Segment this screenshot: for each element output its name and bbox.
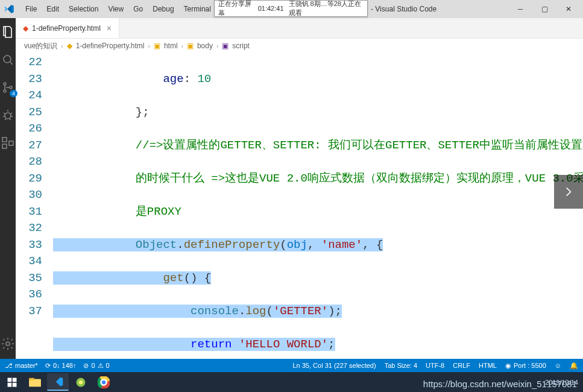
status-bell-icon[interactable]: 🔔 — [570, 362, 578, 370]
broadcast-icon: ◉ — [505, 362, 511, 370]
breadcrumb-file[interactable]: 1-defineProperty.html — [76, 42, 145, 50]
settings-gear-icon[interactable] — [0, 336, 16, 352]
warning-icon: ⚠ — [98, 362, 104, 370]
status-feedback-icon[interactable]: ☺ — [555, 362, 561, 369]
windows-taskbar: https://blog.csdn.net/weixin_51157081 20… — [0, 372, 583, 392]
tab-label: 1-defineProperty.html — [32, 24, 101, 33]
menu-view[interactable]: View — [103, 5, 128, 13]
svg-point-4 — [5, 113, 11, 119]
chevron-right-icon: › — [216, 43, 218, 49]
symbol-icon: ▣ — [222, 42, 228, 50]
line-gutter: 22 23 24 25 26 27 28 29 30 31 32 33 34 3… — [16, 53, 52, 359]
svg-rect-10 — [13, 378, 17, 382]
menu-terminal[interactable]: Terminal — [179, 5, 216, 13]
explorer-icon[interactable] — [0, 24, 16, 40]
window-title: - Visual Studio Code — [371, 5, 436, 13]
svg-point-21 — [102, 380, 106, 384]
status-bar: ⎇master* ⟳0↓ 148↑ ⊘0 ⚠0 Ln 35, Col 31 (2… — [0, 359, 583, 372]
minimize-button[interactable]: ─ — [508, 0, 532, 18]
menu-edit[interactable]: Edit — [42, 5, 64, 13]
breadcrumb-body[interactable]: body — [197, 42, 213, 50]
sync-icon: ⟳ — [45, 362, 51, 370]
search-icon[interactable] — [0, 52, 16, 68]
html-file-icon: ◆ — [67, 42, 72, 50]
debug-icon[interactable] — [0, 107, 16, 123]
maximize-button[interactable]: ▢ — [532, 0, 556, 18]
chevron-right-icon: › — [181, 43, 183, 49]
svg-rect-12 — [13, 382, 17, 387]
svg-rect-9 — [8, 378, 12, 382]
symbol-icon: ▣ — [187, 42, 194, 50]
tab-file[interactable]: ◆ 1-defineProperty.html × — [16, 18, 119, 38]
svg-point-16 — [79, 380, 83, 384]
share-viewers: 王骁钒 8期…等28人正在观看 — [289, 0, 364, 17]
code-editor[interactable]: 22 23 24 25 26 27 28 29 30 31 32 33 34 3… — [16, 53, 583, 359]
svg-rect-11 — [8, 382, 12, 387]
svg-rect-5 — [2, 138, 7, 142]
activity-bar: 4 — [0, 18, 16, 359]
symbol-icon: ▣ — [154, 42, 160, 50]
status-branch[interactable]: ⎇master* — [5, 362, 38, 370]
menu-debug[interactable]: Debug — [148, 5, 178, 13]
share-status: 正在分享屏幕 — [218, 0, 253, 17]
breadcrumb[interactable]: vue的知识 › ◆ 1-defineProperty.html › ▣ htm… — [16, 39, 583, 53]
chrome-taskbar-icon[interactable] — [93, 373, 115, 391]
chevron-right-icon: › — [148, 43, 150, 49]
breadcrumb-folder[interactable]: vue的知识 — [24, 41, 57, 51]
titlebar: File Edit Selection View Go Debug Termin… — [0, 0, 583, 18]
taskbar-clock[interactable]: 2019/10/14 — [545, 379, 578, 386]
svg-rect-13 — [29, 379, 41, 387]
breadcrumb-html[interactable]: html — [164, 42, 178, 50]
svg-rect-6 — [2, 144, 7, 148]
status-language[interactable]: HTML — [479, 362, 497, 369]
status-cursor-pos[interactable]: Ln 35, Col 31 (227 selected) — [292, 362, 376, 369]
status-port[interactable]: ◉Port : 5500 — [505, 362, 546, 370]
code-content[interactable]: age: 10 }; //=>设置属性的GETTER、SETTER: 我们可以在… — [52, 53, 583, 359]
status-tab-size[interactable]: Tab Size: 4 — [385, 362, 417, 369]
app-shell: 4 ◆ 1-defineProperty.html × ⇅ ◫ ⋯ — [0, 18, 583, 359]
error-icon: ⊘ — [83, 362, 89, 370]
file-explorer-icon[interactable] — [24, 373, 46, 391]
svg-rect-14 — [29, 378, 34, 380]
start-button[interactable] — [1, 373, 23, 391]
menu-file[interactable]: File — [20, 5, 42, 13]
editor-area: ◆ 1-defineProperty.html × ⇅ ◫ ⋯ vue的知识 ›… — [16, 18, 583, 359]
svg-point-3 — [10, 86, 12, 89]
tab-row: ◆ 1-defineProperty.html × ⇅ ◫ ⋯ — [16, 18, 583, 39]
window-controls: ─ ▢ ✕ — [508, 0, 581, 18]
vscode-taskbar-icon[interactable] — [47, 373, 69, 391]
status-encoding[interactable]: UTF-8 — [426, 362, 444, 369]
share-time: 01:42:41 — [258, 5, 284, 12]
vscode-logo-icon — [4, 4, 14, 14]
status-sync[interactable]: ⟳0↓ 148↑ — [45, 362, 77, 370]
svg-point-0 — [4, 55, 11, 63]
breadcrumb-script[interactable]: script — [232, 42, 250, 50]
status-problems[interactable]: ⊘0 ⚠0 — [83, 362, 109, 370]
share-overlay: 正在分享屏幕 01:42:41 王骁钒 8期…等28人正在观看 — [214, 0, 368, 17]
extensions-icon[interactable] — [0, 135, 16, 151]
svg-point-1 — [4, 83, 6, 85]
svg-rect-7 — [9, 141, 13, 145]
chevron-right-icon: › — [61, 43, 63, 49]
app-taskbar-icon[interactable] — [70, 373, 92, 391]
source-control-icon[interactable]: 4 — [0, 80, 16, 95]
branch-icon: ⎇ — [5, 362, 13, 370]
close-button[interactable]: ✕ — [556, 0, 581, 18]
menu-go[interactable]: Go — [128, 5, 148, 13]
status-eol[interactable]: CRLF — [453, 362, 470, 369]
svg-point-2 — [4, 90, 6, 92]
next-page-arrow[interactable] — [554, 175, 583, 209]
svg-point-8 — [6, 342, 10, 346]
html-file-icon: ◆ — [23, 24, 28, 33]
menu-selection[interactable]: Selection — [64, 5, 103, 13]
tab-close-icon[interactable]: × — [107, 24, 112, 33]
